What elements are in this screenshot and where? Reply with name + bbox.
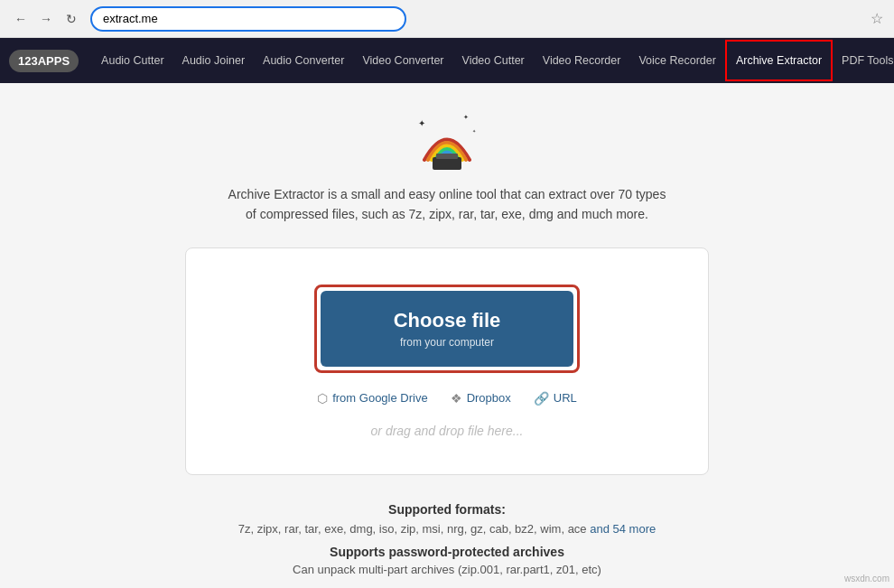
source-links: ⬡ from Google Drive ❖ Dropbox 🔗 URL [317, 391, 577, 406]
main-content: ✦ ✦ ✦ Archive Extractor is a small and e… [0, 83, 894, 588]
nav-video-converter[interactable]: Video Converter [353, 38, 452, 83]
hero-icon: ✦ ✦ ✦ [411, 110, 483, 173]
choose-file-sublabel: from your computer [400, 336, 494, 349]
logo[interactable]: 123APPS [9, 50, 79, 72]
google-drive-label: from Google Drive [332, 391, 427, 405]
choose-file-label: Choose file [394, 309, 501, 332]
dropbox-icon: ❖ [451, 391, 462, 406]
back-button[interactable]: ← [11, 9, 31, 29]
browser-nav-buttons: ← → ↻ [11, 9, 81, 29]
bookmark-button[interactable]: ☆ [871, 10, 883, 27]
nav-video-cutter[interactable]: Video Cutter [453, 38, 534, 83]
navbar: 123APPS Audio Cutter Audio Joiner Audio … [0, 38, 894, 83]
watermark: wsxdn.com [844, 574, 889, 583]
supported-formats-title: Supported formats: [238, 502, 656, 517]
url-link[interactable]: 🔗 URL [534, 391, 577, 406]
address-bar[interactable] [90, 6, 406, 32]
multipart-feature: Can unpack multi-part archives (zip.001,… [238, 563, 656, 576]
nav-archive-extractor[interactable]: Archive Extractor [725, 40, 833, 81]
nav-voice-recorder[interactable]: Voice Recorder [629, 38, 724, 83]
more-formats-link[interactable]: and 54 more [590, 522, 656, 536]
upload-box: Choose file from your computer ⬡ from Go… [185, 247, 709, 475]
nav-audio-cutter[interactable]: Audio Cutter [92, 38, 172, 83]
hero-description: Archive Extractor is a small and easy on… [221, 184, 673, 225]
drag-drop-text: or drag and drop file here... [371, 424, 524, 438]
password-feature: Supports password-protected archives [238, 545, 656, 559]
svg-text:✦: ✦ [418, 118, 425, 128]
nav-audio-converter[interactable]: Audio Converter [254, 38, 353, 83]
nav-video-recorder[interactable]: Video Recorder [534, 38, 630, 83]
choose-file-button[interactable]: Choose file from your computer [321, 291, 573, 367]
svg-text:✦: ✦ [463, 114, 469, 120]
google-drive-link[interactable]: ⬡ from Google Drive [317, 391, 427, 406]
svg-rect-3 [433, 157, 461, 170]
footer-info: Supported formats: 7z, zipx, rar, tar, e… [238, 502, 656, 576]
browser-chrome: ← → ↻ ☆ [0, 0, 894, 38]
nav-items: Audio Cutter Audio Joiner Audio Converte… [92, 38, 894, 83]
nav-audio-joiner[interactable]: Audio Joiner [173, 38, 255, 83]
url-icon: 🔗 [534, 391, 549, 406]
dropbox-link[interactable]: ❖ Dropbox [451, 391, 511, 406]
forward-button[interactable]: → [36, 9, 56, 29]
dropbox-label: Dropbox [467, 391, 511, 405]
svg-text:✦: ✦ [472, 128, 476, 134]
svg-rect-4 [436, 154, 458, 159]
choose-file-wrapper: Choose file from your computer [314, 285, 580, 373]
reload-button[interactable]: ↻ [61, 9, 81, 29]
formats-list: 7z, zipx, rar, tar, exe, dmg, iso, zip, … [238, 522, 656, 536]
nav-pdf-tools[interactable]: PDF Tools [833, 38, 894, 83]
url-label: URL [554, 391, 577, 405]
google-drive-icon: ⬡ [317, 391, 328, 406]
